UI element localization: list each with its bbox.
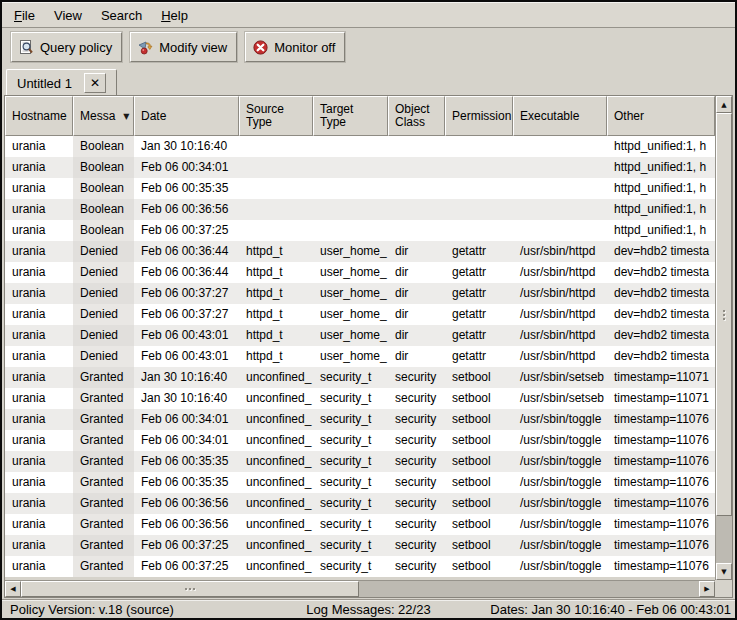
cell: Feb 06 00:36:56 xyxy=(134,514,239,535)
table-row[interactable]: uraniaGrantedFeb 06 00:35:35unconfined_s… xyxy=(5,472,715,493)
horizontal-scrollbar[interactable]: ◀ ▶ xyxy=(5,580,715,597)
table-row[interactable]: uraniaGrantedFeb 06 00:36:56unconfined_s… xyxy=(5,493,715,514)
cell xyxy=(445,136,513,157)
cell: httpd_t xyxy=(239,262,313,283)
cell: security xyxy=(388,388,445,409)
vertical-scrollbar-thumb[interactable] xyxy=(716,113,732,516)
table-row[interactable]: uraniaGrantedJan 30 10:16:40unconfined_s… xyxy=(5,388,715,409)
table-body: uraniaBooleanJan 30 10:16:40httpd_unifie… xyxy=(5,136,715,577)
cell xyxy=(513,157,607,178)
cell: unconfined_ xyxy=(239,409,313,430)
monitor-off-button[interactable]: Monitor off xyxy=(245,32,345,62)
cell: httpd_t xyxy=(239,283,313,304)
cell: Granted xyxy=(73,535,134,556)
modify-view-label: Modify view xyxy=(159,40,227,55)
cell xyxy=(313,199,388,220)
cell: Feb 06 00:35:35 xyxy=(134,472,239,493)
column-header-permission[interactable]: Permission xyxy=(445,96,513,136)
cell: Jan 30 10:16:40 xyxy=(134,388,239,409)
tab-strip: Untitled 1 ✕ xyxy=(2,66,735,97)
cell: timestamp=11071 xyxy=(607,367,715,388)
scroll-up-arrow-icon[interactable]: ▲ xyxy=(716,96,732,113)
table-row[interactable]: uraniaGrantedFeb 06 00:37:25unconfined_s… xyxy=(5,556,715,577)
cell: user_home_ xyxy=(313,325,388,346)
modify-view-button[interactable]: Modify view xyxy=(130,32,237,62)
table-row[interactable]: uraniaDeniedFeb 06 00:36:44httpd_tuser_h… xyxy=(5,262,715,283)
tab-untitled-1[interactable]: Untitled 1 ✕ xyxy=(6,69,117,97)
cell: timestamp=11076 xyxy=(607,556,715,577)
cell: Granted xyxy=(73,451,134,472)
table-row[interactable]: uraniaGrantedFeb 06 00:36:56unconfined_s… xyxy=(5,514,715,535)
cell xyxy=(445,157,513,178)
column-header-date[interactable]: Date xyxy=(134,96,239,136)
table-row[interactable]: uraniaBooleanFeb 06 00:36:56httpd_unifie… xyxy=(5,199,715,220)
cell: dir xyxy=(388,346,445,367)
table-row[interactable]: uraniaGrantedFeb 06 00:34:01unconfined_s… xyxy=(5,409,715,430)
tab-close-button[interactable]: ✕ xyxy=(84,73,106,93)
cell: Granted xyxy=(73,388,134,409)
cell: security xyxy=(388,472,445,493)
cell: Denied xyxy=(73,262,134,283)
table-row[interactable]: uraniaBooleanFeb 06 00:34:01httpd_unifie… xyxy=(5,157,715,178)
cell: security xyxy=(388,409,445,430)
cell xyxy=(388,199,445,220)
column-header-label: Other xyxy=(614,110,644,123)
cell: Granted xyxy=(73,367,134,388)
cell: unconfined_ xyxy=(239,514,313,535)
cell: security xyxy=(388,430,445,451)
cell: setbool xyxy=(445,430,513,451)
menu-item-search[interactable]: Search xyxy=(101,8,142,23)
column-header-label: Messa xyxy=(80,110,115,123)
cell: timestamp=11076 xyxy=(607,514,715,535)
cell: security_t xyxy=(313,556,388,577)
query-policy-button[interactable]: Query policy xyxy=(11,32,122,62)
table-row[interactable]: uraniaGrantedFeb 06 00:34:01unconfined_s… xyxy=(5,430,715,451)
cell: Granted xyxy=(73,493,134,514)
cell: unconfined_ xyxy=(239,472,313,493)
cell: unconfined_ xyxy=(239,451,313,472)
column-header-target-type[interactable]: Target Type xyxy=(313,96,388,136)
column-header-hostname[interactable]: Hostname xyxy=(5,96,73,136)
menu-item-file[interactable]: File xyxy=(14,8,35,23)
table-row[interactable]: uraniaBooleanFeb 06 00:37:25httpd_unifie… xyxy=(5,220,715,241)
column-header-object-class[interactable]: Object Class xyxy=(388,96,445,136)
table-row[interactable]: uraniaBooleanJan 30 10:16:40httpd_unifie… xyxy=(5,136,715,157)
cell: urania xyxy=(5,493,73,514)
table-row[interactable]: uraniaDeniedFeb 06 00:43:01httpd_tuser_h… xyxy=(5,325,715,346)
column-header-source-type[interactable]: Source Type xyxy=(239,96,313,136)
column-header-executable[interactable]: Executable xyxy=(513,96,607,136)
scroll-right-arrow-icon[interactable]: ▶ xyxy=(699,581,715,597)
cell: dev=hdb2 timesta xyxy=(607,304,715,325)
table-row[interactable]: uraniaGrantedFeb 06 00:37:25unconfined_s… xyxy=(5,535,715,556)
cell: urania xyxy=(5,367,73,388)
cell: urania xyxy=(5,325,73,346)
cell: urania xyxy=(5,178,73,199)
cell: Denied xyxy=(73,325,134,346)
cell: dev=hdb2 timesta xyxy=(607,346,715,367)
table-row[interactable]: uraniaBooleanFeb 06 00:35:35httpd_unifie… xyxy=(5,178,715,199)
column-header-other[interactable]: Other xyxy=(607,96,715,136)
table-row[interactable]: uraniaGrantedFeb 06 00:35:35unconfined_s… xyxy=(5,451,715,472)
cell: Feb 06 00:37:25 xyxy=(134,556,239,577)
cell: Feb 06 00:37:27 xyxy=(134,304,239,325)
cell xyxy=(313,178,388,199)
menu-item-view[interactable]: View xyxy=(54,8,82,23)
vertical-scrollbar[interactable]: ▲ ▼ xyxy=(715,96,732,580)
cell: dir xyxy=(388,304,445,325)
scroll-down-arrow-icon[interactable]: ▼ xyxy=(716,563,732,580)
table-row[interactable]: uraniaDeniedFeb 06 00:37:27httpd_tuser_h… xyxy=(5,304,715,325)
menu-item-help[interactable]: Help xyxy=(161,8,188,23)
cell: /usr/sbin/toggle xyxy=(513,430,607,451)
cell: /usr/sbin/toggle xyxy=(513,514,607,535)
table-row[interactable]: uraniaDeniedFeb 06 00:36:44httpd_tuser_h… xyxy=(5,241,715,262)
close-icon: ✕ xyxy=(90,76,100,90)
table-row[interactable]: uraniaGrantedJan 30 10:16:40unconfined_s… xyxy=(5,367,715,388)
scroll-left-arrow-icon[interactable]: ◀ xyxy=(5,581,21,597)
cell: Jan 30 10:16:40 xyxy=(134,367,239,388)
column-header-messa[interactable]: Messa▼ xyxy=(73,96,134,136)
cell: user_home_ xyxy=(313,304,388,325)
grip-dot xyxy=(193,588,195,590)
table-row[interactable]: uraniaDeniedFeb 06 00:37:27httpd_tuser_h… xyxy=(5,283,715,304)
horizontal-scrollbar-thumb[interactable] xyxy=(21,581,359,597)
table-row[interactable]: uraniaDeniedFeb 06 00:43:01httpd_tuser_h… xyxy=(5,346,715,367)
